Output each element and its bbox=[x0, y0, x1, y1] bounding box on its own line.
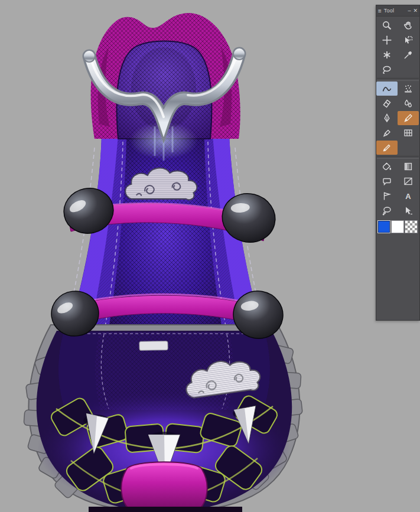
fill-bucket-icon bbox=[382, 161, 392, 172]
select-arrow-icon bbox=[403, 206, 414, 216]
tool-blend-drops[interactable] bbox=[398, 96, 419, 110]
tool-panel: ≡ Tool – ✕ bbox=[376, 5, 420, 321]
primary-color-swatch[interactable] bbox=[377, 220, 390, 233]
tool-move[interactable] bbox=[376, 33, 398, 47]
tool-pen[interactable] bbox=[376, 111, 398, 125]
tool-group-divider bbox=[377, 156, 419, 159]
eyedropper-icon bbox=[403, 50, 414, 60]
pencil-icon bbox=[403, 113, 414, 123]
drawing-canvas[interactable] bbox=[0, 0, 420, 512]
hand-icon bbox=[403, 20, 414, 31]
polyline-icon bbox=[382, 191, 392, 201]
text-tool-icon: A bbox=[405, 193, 411, 200]
tool-eyedropper[interactable] bbox=[398, 48, 419, 62]
secondary-color-swatch[interactable] bbox=[391, 220, 404, 233]
tool-figure[interactable] bbox=[376, 81, 398, 96]
empty-cell bbox=[398, 63, 419, 77]
grid-icon bbox=[403, 128, 414, 138]
tool-gradient[interactable] bbox=[398, 159, 419, 174]
blend-star-icon bbox=[382, 50, 392, 60]
color-swatches bbox=[376, 219, 419, 233]
figure-icon bbox=[382, 83, 392, 94]
tool-brush-pen[interactable] bbox=[376, 141, 398, 155]
transparent-color-swatch[interactable] bbox=[405, 220, 418, 233]
marker-icon bbox=[382, 128, 392, 138]
blend-drops-icon bbox=[403, 98, 414, 109]
object-select-icon bbox=[403, 35, 414, 45]
tool-zoom[interactable] bbox=[376, 18, 398, 32]
lasso-icon bbox=[382, 64, 392, 75]
tool-balloon[interactable] bbox=[376, 174, 398, 188]
frame-border-icon bbox=[403, 176, 414, 187]
empty-cell bbox=[398, 141, 419, 155]
tool-text[interactable]: A bbox=[398, 189, 419, 203]
panel-menu-icon[interactable]: ≡ bbox=[378, 8, 382, 14]
tool-hand[interactable] bbox=[398, 18, 419, 32]
balloon-icon bbox=[382, 176, 392, 187]
tool-thought-balloon[interactable] bbox=[376, 204, 398, 218]
panel-title: Tool bbox=[384, 8, 406, 14]
tool-grid: A bbox=[376, 17, 419, 219]
tool-fill-bucket[interactable] bbox=[376, 159, 398, 174]
eraser-icon bbox=[382, 98, 392, 109]
gradient-icon bbox=[403, 161, 414, 172]
panel-close-button[interactable]: ✕ bbox=[413, 8, 418, 14]
tool-blend-star[interactable] bbox=[376, 48, 398, 62]
sneaker-artwork bbox=[0, 0, 420, 512]
tool-grid[interactable] bbox=[398, 126, 419, 140]
tool-group-divider bbox=[377, 78, 419, 81]
tool-select-arrow[interactable] bbox=[398, 204, 419, 218]
move-icon bbox=[382, 35, 392, 45]
tool-pencil[interactable] bbox=[398, 111, 419, 125]
tool-panel-titlebar[interactable]: ≡ Tool – ✕ bbox=[376, 5, 419, 17]
tool-lasso[interactable] bbox=[376, 63, 398, 77]
thought-balloon-icon bbox=[382, 206, 392, 216]
tool-eraser[interactable] bbox=[376, 96, 398, 110]
tool-object-select[interactable] bbox=[398, 33, 419, 47]
pen-icon bbox=[382, 113, 392, 123]
tool-marker[interactable] bbox=[376, 126, 398, 140]
zoom-icon bbox=[382, 20, 392, 31]
tool-polyline[interactable] bbox=[376, 189, 398, 203]
tool-decoration[interactable] bbox=[398, 81, 419, 96]
brush-pen-icon bbox=[382, 142, 392, 153]
panel-minimize-button[interactable]: – bbox=[408, 8, 411, 14]
tool-frame-border[interactable] bbox=[398, 174, 419, 188]
decoration-icon bbox=[403, 83, 414, 94]
